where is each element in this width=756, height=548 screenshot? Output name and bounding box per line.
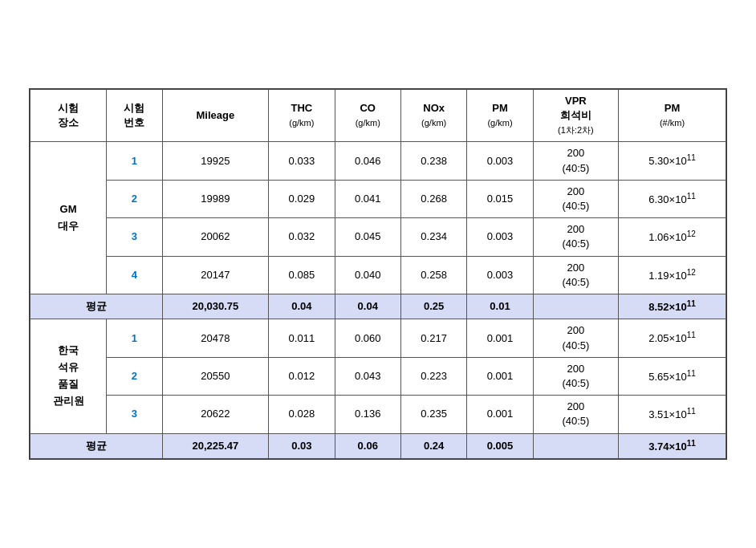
co-cell: 0.041 [335,180,400,217]
gm-avg-mileage: 20,030.75 [162,294,269,319]
nox-cell: 0.223 [400,357,466,395]
test-number: 1 [107,319,162,357]
korea-avg-label: 평균 [30,433,163,459]
thc-cell: 0.085 [269,256,335,294]
nox-cell: 0.235 [400,396,466,433]
pm2-cell: 1.19×1012 [619,256,726,294]
test-number: 3 [107,218,162,256]
nox-cell: 0.268 [400,180,466,217]
pm-cell: 0.001 [467,396,533,433]
mileage-cell: 20062 [162,218,269,256]
korea-avg-pm2: 3.74×1011 [619,433,726,459]
vpr-cell: 200(40:5) [533,357,618,395]
nox-cell: 0.238 [400,142,466,180]
vpr-cell: 200(40:5) [533,319,618,357]
header-nox: NOx(g/km) [400,89,466,142]
vpr-cell: 200(40:5) [533,142,618,180]
test-number: 1 [107,142,162,180]
mileage-cell: 19925 [162,142,269,180]
pm2-cell: 6.30×1011 [619,180,726,217]
header-thc: THC(g/km) [269,89,335,142]
gm-avg-pm2: 8.52×1011 [619,294,726,319]
pm2-cell: 1.06×1012 [619,218,726,256]
header-testnum: 시험번호 [107,89,162,142]
thc-cell: 0.012 [269,357,335,395]
nox-cell: 0.258 [400,256,466,294]
pm-cell: 0.003 [467,142,533,180]
mileage-cell: 20622 [162,396,269,433]
header-vpr: VPR희석비(1차:2차) [533,89,618,142]
co-cell: 0.060 [335,319,400,357]
pm-cell: 0.001 [467,319,533,357]
nox-cell: 0.217 [400,319,466,357]
mileage-cell: 20147 [162,256,269,294]
header-pm: PM(g/km) [467,89,533,142]
test-number: 3 [107,396,162,433]
thc-cell: 0.011 [269,319,335,357]
korea-avg-pm: 0.005 [467,433,533,459]
mileage-cell: 20478 [162,319,269,357]
gm-avg-pm: 0.01 [467,294,533,319]
gm-avg-co: 0.04 [335,294,400,319]
korea-avg-vpr [533,433,618,459]
pm-cell: 0.001 [467,357,533,395]
pm2-cell: 5.65×1011 [619,357,726,395]
gm-avg-thc: 0.04 [269,294,335,319]
header-co: CO(g/km) [335,89,400,142]
pm-cell: 0.003 [467,256,533,294]
pm-cell: 0.003 [467,218,533,256]
korea-avg-thc: 0.03 [269,433,335,459]
korea-avg-mileage: 20,225.47 [162,433,269,459]
co-cell: 0.136 [335,396,400,433]
co-cell: 0.040 [335,256,400,294]
co-cell: 0.043 [335,357,400,395]
nox-cell: 0.234 [400,218,466,256]
vpr-cell: 200(40:5) [533,180,618,217]
test-number: 2 [107,180,162,217]
korea-avg-nox: 0.24 [400,433,466,459]
pm2-cell: 2.05×1011 [619,319,726,357]
data-table: 시험장소 시험번호 Mileage THC(g/km) CO(g/km) NOx… [29,88,727,460]
header-pm2: PM(#/km) [619,89,726,142]
thc-cell: 0.028 [269,396,335,433]
header-mileage: Mileage [162,89,269,142]
gm-avg-label: 평균 [30,294,163,319]
korea-avg-co: 0.06 [335,433,400,459]
pm2-cell: 5.30×1011 [619,142,726,180]
pm-cell: 0.015 [467,180,533,217]
test-number: 4 [107,256,162,294]
thc-cell: 0.032 [269,218,335,256]
co-cell: 0.046 [335,142,400,180]
vpr-cell: 200(40:5) [533,256,618,294]
mileage-cell: 20550 [162,357,269,395]
gm-avg-nox: 0.25 [400,294,466,319]
korea-location: 한국석유품질관리원 [30,319,107,433]
vpr-cell: 200(40:5) [533,218,618,256]
pm2-cell: 3.51×1011 [619,396,726,433]
header-location: 시험장소 [30,89,107,142]
mileage-cell: 19989 [162,180,269,217]
thc-cell: 0.029 [269,180,335,217]
gm-avg-vpr [533,294,618,319]
gm-location: GM대우 [30,142,107,294]
co-cell: 0.045 [335,218,400,256]
thc-cell: 0.033 [269,142,335,180]
test-number: 2 [107,357,162,395]
vpr-cell: 200(40:5) [533,396,618,433]
